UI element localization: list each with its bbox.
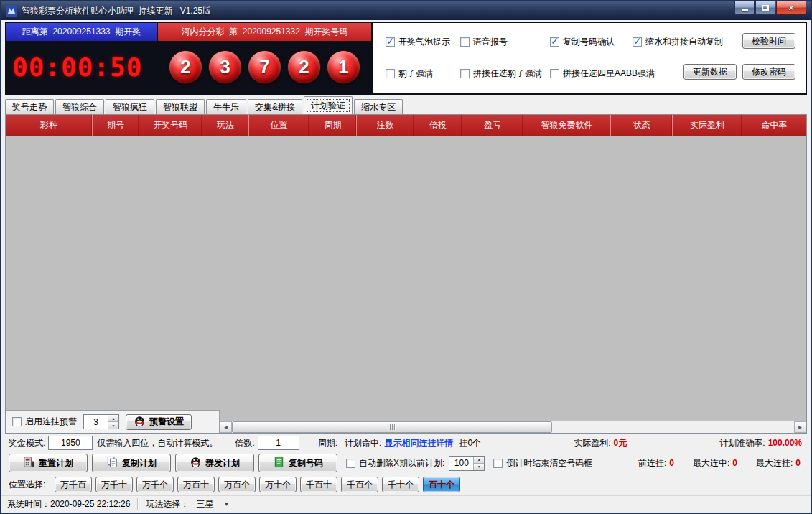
auto-delete-periods-stepper[interactable]: ▲ ▼ <box>449 456 485 471</box>
tab-zhilang-combined[interactable]: 智狼综合 <box>55 99 104 114</box>
column-header[interactable]: 智狼免费软件 <box>523 115 611 136</box>
column-header[interactable]: 注数 <box>357 115 414 136</box>
reset-plan-button[interactable]: 重置计划 <box>9 454 88 472</box>
auto-delete-periods-input[interactable] <box>449 457 473 470</box>
position-button-bsg[interactable]: 百十个 <box>423 477 460 492</box>
position-button-wbs[interactable]: 万百十 <box>177 477 215 492</box>
countdown-panel: 距离第 202009251333 期开奖 00:00:50 <box>6 23 157 93</box>
scrollbar-thumb[interactable] <box>232 421 552 433</box>
copy-numbers-button[interactable]: 复制号码 <box>258 454 337 472</box>
position-button-wqs[interactable]: 万千十 <box>95 477 133 492</box>
checkbox-auto-copy[interactable]: 缩水和拼接自动复制 <box>633 36 723 48</box>
hang-alert-threshold-input[interactable] <box>84 415 108 429</box>
column-header[interactable]: 开奖号码 <box>139 115 202 136</box>
draw-header: 河内分分彩 第 202009251332 期开奖号码 <box>158 23 371 41</box>
bonus-mode-label: 奖金模式: <box>9 437 45 449</box>
checkbox-splice-triple-full[interactable]: 拼接任选豹子强满 <box>460 67 542 80</box>
copy-numbers-label: 复制号码 <box>289 457 323 469</box>
window-title: 智狼彩票分析软件贴心小助理 持续更新 V1.25版 <box>22 5 808 17</box>
draw-ball: 3 <box>209 51 241 83</box>
tab-zhilang-crazy[interactable]: 智狼疯狂 <box>106 99 154 114</box>
scrollbar-grip <box>392 424 393 430</box>
title-bar: 智狼彩票分析软件贴心小助理 持续更新 V1.25版 ✕ <box>1 1 811 20</box>
chevron-down-icon: ▼ <box>223 501 229 508</box>
stepper-buttons: ▲ ▼ <box>108 415 118 429</box>
group-send-plan-button[interactable]: 群发计划 <box>175 454 254 472</box>
draw-result-panel: 河内分分彩 第 202009251332 期开奖号码 2 3 7 2 1 <box>158 23 371 93</box>
tab-label: 智狼疯狂 <box>113 101 147 113</box>
draw-ball: 1 <box>327 51 360 83</box>
verify-time-button[interactable]: 校验时间 <box>742 33 795 49</box>
position-button-wqb[interactable]: 万千百 <box>55 477 92 492</box>
position-button-qbs[interactable]: 千百十 <box>300 477 337 492</box>
alert-settings-label: 预警设置 <box>149 416 184 428</box>
checkbox-box <box>386 37 395 47</box>
column-header[interactable]: 盈亏 <box>462 115 523 136</box>
position-button-wqg[interactable]: 万千个 <box>136 477 174 492</box>
play-type-dropdown[interactable]: 三星 ▼ <box>196 498 229 510</box>
copy-plan-button[interactable]: 复制计划 <box>92 454 171 472</box>
checkbox-label: 语音报号 <box>473 36 508 48</box>
actual-profit-value: 0元 <box>614 437 627 449</box>
column-header[interactable]: 命中率 <box>742 115 806 136</box>
tab-zhilang-alliance[interactable]: 智狼联盟 <box>156 99 205 114</box>
change-password-button[interactable]: 修改密码 <box>742 64 795 80</box>
tab-bar: 奖号走势 智狼综合 智狼疯狂 智狼联盟 牛牛乐 交集&拼接 计划验证 缩水专区 <box>1 96 811 114</box>
checkbox-triple-full[interactable]: 豹子强满 <box>386 67 433 80</box>
tab-plan-verify[interactable]: 计划验证 <box>304 96 353 114</box>
tab-niuniu[interactable]: 牛牛乐 <box>206 99 246 114</box>
status-bar: 系统时间：2020-09-25 22:12:26 玩法选择： 三星 ▼ <box>1 495 811 513</box>
table-header-row: 彩种 期号 开奖号码 玩法 位置 周期 注数 倍投 盈亏 智狼免费软件 状态 实… <box>6 115 806 136</box>
column-header[interactable]: 彩种 <box>6 115 93 136</box>
show-hang-details-link[interactable]: 显示相同连挂详情 <box>384 437 453 449</box>
countdown-timer: 00:00:50 <box>6 41 157 93</box>
options-panel: 开奖气泡提示 语音报号 复制号码确认 缩水和拼接自动复制 豹子强满 拼接任选豹子… <box>373 23 806 93</box>
checkbox-splice-aabb-full[interactable]: 拼接任选四星AABB强满 <box>550 67 655 80</box>
scroll-left-arrow-icon[interactable]: ◄ <box>220 421 232 433</box>
statusbar-separator <box>137 498 139 510</box>
checkbox-enable-hang-alert[interactable]: 启用连挂预警 <box>12 416 77 428</box>
checkbox-label: 倒计时结束清空号码框 <box>506 457 592 469</box>
minimize-button[interactable] <box>734 1 755 15</box>
checkbox-voice-report[interactable]: 语音报号 <box>460 36 508 48</box>
reset-plan-label: 重置计划 <box>39 457 73 469</box>
column-header[interactable]: 玩法 <box>202 115 249 136</box>
position-button-wsg[interactable]: 万十个 <box>259 477 297 492</box>
plan-settings-row: 奖金模式: 仅需输入四位，自动计算模式。 倍数: 周期: 计划命中: 显示相同连… <box>1 434 811 452</box>
checkbox-label: 豹子强满 <box>398 67 433 80</box>
column-header[interactable]: 周期 <box>309 115 357 136</box>
bonus-mode-input[interactable] <box>48 436 93 450</box>
hang-alert-threshold-stepper[interactable]: ▲ ▼ <box>83 414 119 429</box>
maximize-button[interactable] <box>755 1 775 15</box>
tab-intersect-splice[interactable]: 交集&拼接 <box>248 99 302 114</box>
stepper-up-icon[interactable]: ▲ <box>108 415 118 422</box>
column-header[interactable]: 位置 <box>249 115 309 136</box>
tab-shrink-zone[interactable]: 缩水专区 <box>354 99 403 114</box>
tab-number-trend[interactable]: 奖号走势 <box>5 99 54 114</box>
scroll-right-arrow-icon[interactable]: ► <box>794 421 806 433</box>
draw-ball: 7 <box>248 51 281 83</box>
column-header[interactable]: 状态 <box>611 115 673 136</box>
scrollbar-track[interactable] <box>232 421 794 433</box>
column-header[interactable]: 期号 <box>93 115 139 136</box>
checkbox-box <box>550 69 559 78</box>
close-button[interactable]: ✕ <box>776 1 806 15</box>
column-header[interactable]: 实际盈利 <box>673 115 742 136</box>
checkbox-auto-delete-old-plans[interactable]: 自动删除X期以前计划: <box>346 457 444 469</box>
position-button-wbg[interactable]: 万百个 <box>218 477 256 492</box>
multiple-input[interactable] <box>258 436 299 450</box>
position-select-label: 位置选择: <box>9 479 45 491</box>
position-button-qsg[interactable]: 千十个 <box>382 477 419 492</box>
checkbox-clear-on-countdown-end[interactable]: 倒计时结束清空号码框 <box>493 457 592 469</box>
checkbox-bubble-alert[interactable]: 开奖气泡提示 <box>386 36 450 48</box>
column-header[interactable]: 倍投 <box>414 115 462 136</box>
copy-numbers-icon <box>273 456 285 470</box>
checkbox-copy-confirm[interactable]: 复制号码确认 <box>550 36 615 48</box>
update-data-button[interactable]: 更新数据 <box>683 64 737 80</box>
stepper-down-icon[interactable]: ▼ <box>108 422 118 429</box>
stepper-up-icon[interactable]: ▲ <box>474 457 484 464</box>
alert-settings-button[interactable]: 预警设置 <box>126 414 192 430</box>
system-time-text: 系统时间：2020-09-25 22:12:26 <box>7 498 130 510</box>
stepper-down-icon[interactable]: ▼ <box>474 464 484 470</box>
position-button-qbg[interactable]: 千百个 <box>341 477 378 492</box>
